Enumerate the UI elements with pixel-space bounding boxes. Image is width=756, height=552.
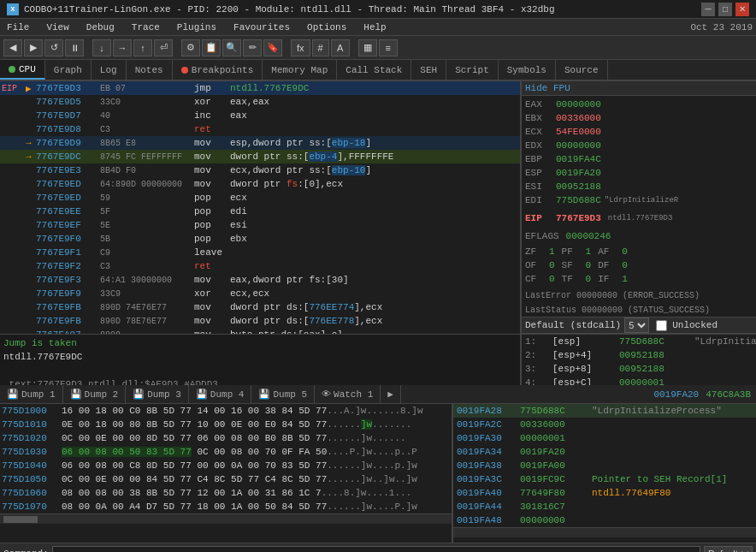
app-icon: x xyxy=(7,3,19,15)
reg-ebp: EBP 0019FA4C xyxy=(525,152,753,166)
toolbar-step-in[interactable]: ↓ xyxy=(92,39,111,56)
toolbar-run-till[interactable]: ⏎ xyxy=(154,39,173,56)
menu-trace[interactable]: Trace xyxy=(128,22,163,33)
dump-tab-label-2: Dump 2 xyxy=(85,389,119,400)
menu-plugins[interactable]: Plugins xyxy=(174,22,220,33)
disasm-row[interactable]: 7767E9F3 64:A1 30000000 mov eax,dword pt… xyxy=(0,273,520,287)
disasm-bytes: EB 07 xyxy=(100,84,194,93)
toolbar: ◀ ▶ ↺ ⏸ ↓ → ↑ ⏎ ⚙ 📋 🔍 ✏ 🔖 fx # A ▦ ≡ xyxy=(0,36,756,60)
toolbar-fx-btn[interactable]: fx xyxy=(291,39,310,56)
menu-view[interactable]: View xyxy=(43,22,72,33)
tab-log[interactable]: Log xyxy=(92,60,127,80)
dump-tab-3[interactable]: 💾 Dump 3 xyxy=(126,385,189,403)
log-line xyxy=(3,364,517,377)
disasm-row[interactable]: 7767E9D7 40 inc eax xyxy=(0,109,520,122)
tab-source-label: Source xyxy=(564,65,599,75)
toolbar-font-btn[interactable]: A xyxy=(331,39,350,56)
disasm-row[interactable]: 7767E9FB 890D 78E76E77 mov dword ptr ds:… xyxy=(0,314,520,328)
hide-fpu-btn[interactable]: Hide FPU xyxy=(525,83,570,93)
tab-memmap[interactable]: Memory Map xyxy=(263,60,337,80)
dump-header-addr: 0019FA20 476C8A3B xyxy=(648,385,756,403)
disasm-row[interactable]: 7767E9ED 64:890D 00000000 mov dword ptr … xyxy=(0,177,520,191)
dump-hscroll[interactable] xyxy=(0,513,452,524)
toolbar-btn-12[interactable]: ✏ xyxy=(243,39,262,56)
dump-tab-5[interactable]: 💾 Dump 5 xyxy=(251,385,315,403)
toolbar-btn-1[interactable]: ◀ xyxy=(3,39,22,56)
disasm-row[interactable]: 7767E9EF 5E pop esi xyxy=(0,218,520,232)
dump-panel[interactable]: 775D1000 16 00 18 00 C0 8B 5D 77 14 00 1… xyxy=(0,404,453,543)
br-row: 0019FA48 00000000 xyxy=(453,513,756,527)
disasm-row[interactable]: 7767E9FB 890D 74E76E77 mov dword ptr ds:… xyxy=(0,300,520,314)
disasm-row[interactable]: 7767E9E3 8B4D F0 mov ecx,dword ptr ss:[e… xyxy=(0,163,520,177)
dump-tab-1[interactable]: 💾 Dump 1 xyxy=(0,385,63,403)
disasm-row[interactable]: 7767E9EE 5F pop edi xyxy=(0,205,520,218)
tab-script[interactable]: Script xyxy=(446,60,499,80)
titlebar: x CODBO+11Trainer-LinGon.exe - PID: 2200… xyxy=(0,0,756,19)
dump-val-display: 476C8A3B xyxy=(706,389,751,400)
maximize-button[interactable]: □ xyxy=(718,3,732,16)
disasm-row[interactable]: → 7767E9DC 8745 FC FEFFFFFF mov dword pt… xyxy=(0,150,520,163)
disasm-row[interactable]: 7767E9D8 C3 ret xyxy=(0,122,520,136)
toolbar-btn-2[interactable]: ▶ xyxy=(24,39,43,56)
disasm-operands: ntdll.7767E9DC xyxy=(230,83,309,93)
menu-file[interactable]: File xyxy=(3,22,32,33)
disasm-row[interactable]: → 7767E9D9 8B65 E8 mov esp,dword ptr ss:… xyxy=(0,136,520,150)
tab-log-label: Log xyxy=(100,65,117,75)
disasm-row[interactable]: 7767E9F9 33C9 xor ecx,ecx xyxy=(0,287,520,300)
br-hscroll[interactable] xyxy=(453,527,756,537)
disasm-row[interactable]: 7767E9D5 33C0 xor eax,eax xyxy=(0,95,520,109)
toolbar-step-over[interactable]: → xyxy=(113,39,132,56)
toolbar-stack-btn[interactable]: ≡ xyxy=(379,39,398,56)
disasm-row[interactable]: 7767EA07 8808 mov byte ptr ds:[eax],cl xyxy=(0,328,520,334)
tab-breakpoints[interactable]: Breakpoints xyxy=(173,60,263,80)
menu-debug[interactable]: Debug xyxy=(83,22,118,33)
toolbar-btn-9[interactable]: ⚙ xyxy=(181,39,200,56)
toolbar-restart[interactable]: ↺ xyxy=(44,39,63,56)
menu-favourites[interactable]: Favourites xyxy=(230,22,293,33)
disasm-row[interactable]: 7767E9F0 5B pop ebx xyxy=(0,232,520,246)
dump-tab-4[interactable]: 💾 Dump 4 xyxy=(189,385,252,403)
tab-symbols-label: Symbols xyxy=(507,65,546,75)
minimize-button[interactable]: ─ xyxy=(701,3,715,16)
window-controls[interactable]: ─ □ ✕ xyxy=(701,3,749,16)
dump-row: 775D1050 0C 00 0E 00 00 84 5D 77 C4 8C 5… xyxy=(0,472,452,486)
watch-tab-1[interactable]: 👁 Watch 1 xyxy=(315,385,381,403)
stack-panel: 1: [esp] 775D688C "LdrpInitialize 2: [es… xyxy=(522,334,756,385)
menu-options[interactable]: Options xyxy=(304,22,350,33)
stdcall-select[interactable]: 5 xyxy=(624,318,649,333)
tab-callstack[interactable]: Call Stack xyxy=(337,60,411,80)
tab-symbols[interactable]: Symbols xyxy=(499,60,556,80)
log-text-1: Jump is taken xyxy=(3,338,77,348)
disasm-row[interactable]: 7767E9F1 C9 leave xyxy=(0,246,520,259)
tab-seh[interactable]: SEH xyxy=(411,60,446,80)
tab-script-label: Script xyxy=(455,65,489,75)
dump-tab-more[interactable]: ▶ xyxy=(381,385,401,403)
disasm-row[interactable]: 7767E9F2 C3 ret xyxy=(0,259,520,273)
tab-graph[interactable]: Graph xyxy=(45,60,92,80)
unlocked-checkbox[interactable] xyxy=(656,320,667,331)
toolbar-btn-4[interactable]: ⏸ xyxy=(65,39,84,56)
toolbar-btn-10[interactable]: 📋 xyxy=(202,39,221,56)
command-dropdown[interactable]: Default xyxy=(704,546,753,553)
dump-tabbar: 💾 Dump 1 💾 Dump 2 💾 Dump 3 💾 Dump 4 💾 Du… xyxy=(0,385,756,404)
disasm-row[interactable]: EIP ▶ 7767E9D3 EB 07 jmp ntdll.7767E9DC xyxy=(0,81,520,95)
tab-notes[interactable]: Notes xyxy=(127,60,173,80)
br-row: 0019FA40 77649F80 ntdll.77649F80 xyxy=(453,486,756,500)
toolbar-mem-btn[interactable]: ▦ xyxy=(358,39,377,56)
toolbar-btn-13[interactable]: 🔖 xyxy=(263,39,282,56)
log-line: .text:7767E9D3 ntdll.dll:$AE9D3 #ADDD3 xyxy=(3,377,517,385)
tab-source[interactable]: Source xyxy=(556,60,608,80)
tab-bp-dot xyxy=(181,67,188,74)
menu-help[interactable]: Help xyxy=(360,22,389,33)
disasm-content[interactable]: EIP ▶ 7767E9D3 EB 07 jmp ntdll.7767E9DC … xyxy=(0,81,520,334)
reg-esi: ESI 00952188 xyxy=(525,180,753,193)
toolbar-step-out[interactable]: ↑ xyxy=(133,39,152,56)
command-input[interactable] xyxy=(52,546,700,553)
close-button[interactable]: ✕ xyxy=(735,3,749,16)
tab-cpu[interactable]: CPU xyxy=(0,60,45,80)
dump-tab-2[interactable]: 💾 Dump 2 xyxy=(63,385,127,403)
br-row: 0019FA28 775D688C "LdrpInitializeProcess… xyxy=(453,404,756,418)
toolbar-hash-btn[interactable]: # xyxy=(312,39,329,56)
toolbar-btn-11[interactable]: 🔍 xyxy=(222,39,241,56)
disasm-row[interactable]: 7767E9ED 59 pop ecx xyxy=(0,191,520,205)
